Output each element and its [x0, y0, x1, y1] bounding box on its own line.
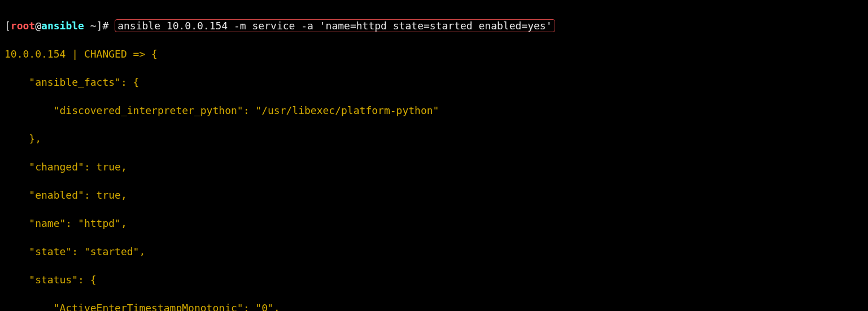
prompt-host: ansible — [41, 20, 84, 32]
output-line: "ansible_facts": { — [5, 75, 863, 89]
bracket-close: ] — [97, 20, 103, 32]
output-line: "state": "started", — [5, 244, 863, 259]
output-line: "discovered_interpreter_python": "/usr/l… — [5, 103, 863, 117]
output-line: "name": "httpd", — [5, 216, 863, 230]
bracket-open: [ — [5, 20, 11, 32]
prompt-line[interactable]: [root@ansible ~]# ansible 10.0.0.154 -m … — [5, 19, 863, 33]
prompt-sep — [84, 20, 90, 32]
prompt-hash: # — [102, 20, 115, 32]
output-line: "changed": true, — [5, 160, 863, 174]
prompt-user: root — [11, 20, 35, 32]
result-header: 10.0.0.154 | CHANGED => { — [5, 47, 863, 61]
output-line: "status": { — [5, 273, 863, 287]
command-text: ansible 10.0.0.154 -m service -a 'name=h… — [115, 19, 555, 32]
terminal-output[interactable]: [root@ansible ~]# ansible 10.0.0.154 -m … — [0, 0, 868, 311]
output-line: }, — [5, 132, 863, 146]
output-line: "enabled": true, — [5, 188, 863, 202]
output-line: "ActiveEnterTimestampMonotonic": "0", — [5, 301, 863, 311]
prompt-path: ~ — [90, 20, 97, 32]
prompt-at: @ — [35, 20, 41, 32]
